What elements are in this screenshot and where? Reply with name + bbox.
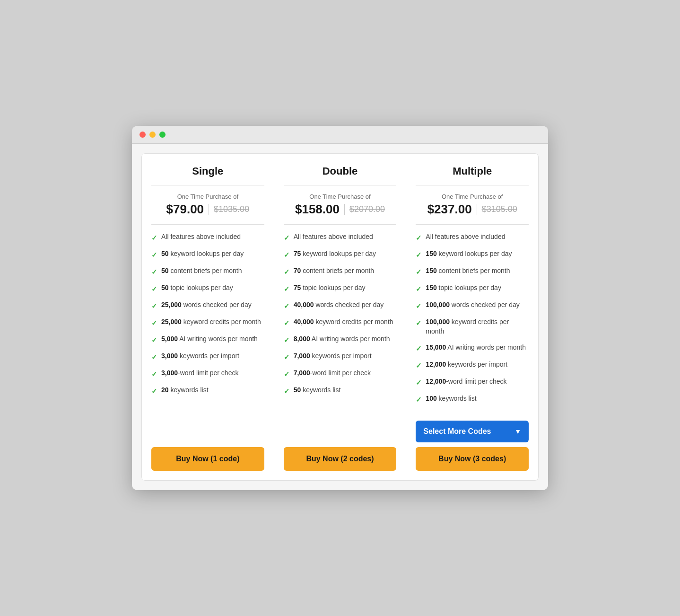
check-icon: ✓ (151, 386, 157, 396)
feature-text: 150 topic lookups per day (426, 283, 501, 293)
buy-button-single[interactable]: Buy Now (1 code) (151, 447, 264, 471)
check-icon: ✓ (416, 284, 422, 294)
check-icon: ✓ (416, 343, 422, 353)
feature-text: 50 content briefs per month (161, 266, 242, 276)
feature-bold-value: 150 (426, 284, 436, 291)
price-divider-single (209, 204, 209, 215)
list-item: ✓5,000 AI writing words per month (151, 334, 264, 345)
feature-bold-value: 50 (161, 250, 169, 257)
feature-bold-value: 150 (426, 250, 436, 257)
feature-bold-value: 70 (294, 267, 301, 274)
feature-text: 7,000 keywords per import (294, 352, 372, 361)
list-item: ✓70 content briefs per month (284, 266, 397, 277)
titlebar (132, 126, 548, 144)
one-time-label-multiple: One Time Purchase of (416, 193, 529, 200)
one-time-label-single: One Time Purchase of (151, 193, 264, 200)
feature-text: 40,000 words checked per day (294, 300, 384, 310)
feature-bold-value: 40,000 (294, 318, 314, 326)
list-item: ✓50 topic lookups per day (151, 283, 264, 294)
feature-bold-value: 3,000 (161, 352, 178, 360)
feature-bold-value: 12,000 (426, 378, 446, 385)
pricing-block-multiple: One Time Purchase of$237.00$3105.00 (416, 193, 529, 225)
check-icon: ✓ (416, 361, 422, 370)
feature-text: 25,000 keyword credits per month (161, 317, 261, 327)
feature-text: 20 keywords list (161, 386, 209, 395)
pricing-block-single: One Time Purchase of$79.00$1035.00 (151, 193, 264, 225)
plan-card-multiple: MultipleOne Time Purchase of$237.00$3105… (406, 153, 539, 480)
check-icon: ✓ (416, 378, 422, 387)
feature-bold-value: 5,000 (161, 335, 178, 343)
feature-text: 100 keywords list (426, 394, 476, 404)
select-more-codes-label: Select More Codes (423, 427, 491, 436)
feature-text: 75 keyword lookups per day (294, 249, 376, 259)
chevron-down-icon: ▼ (514, 428, 521, 435)
list-item: ✓75 keyword lookups per day (284, 249, 397, 260)
feature-bold-value: 100 (426, 395, 436, 402)
check-icon: ✓ (284, 301, 290, 311)
feature-text: 100,000 keyword credits per month (426, 317, 529, 336)
list-item: ✓8,000 AI writing words per month (284, 334, 397, 345)
list-item: ✓150 keyword lookups per day (416, 249, 529, 260)
feature-text: 75 topic lookups per day (294, 283, 366, 293)
list-item: ✓25,000 words checked per day (151, 300, 264, 311)
list-item: ✓12,000-word limit per check (416, 377, 529, 387)
feature-bold-value: 75 (294, 284, 301, 291)
buy-button-multiple[interactable]: Buy Now (3 codes) (416, 447, 529, 471)
list-item: ✓40,000 words checked per day (284, 300, 397, 311)
check-icon: ✓ (284, 284, 290, 294)
price-row-single: $79.00$1035.00 (151, 202, 264, 217)
original-price-multiple: $3105.00 (482, 204, 517, 214)
list-item: ✓150 topic lookups per day (416, 283, 529, 294)
list-item: ✓50 keywords list (284, 386, 397, 396)
pricing-block-double: One Time Purchase of$158.00$2070.00 (284, 193, 397, 225)
feature-text: 3,000-word limit per check (161, 369, 238, 378)
pricing-container: SingleOne Time Purchase of$79.00$1035.00… (132, 144, 548, 490)
dot-green[interactable] (159, 132, 166, 138)
list-item: ✓All features above included (416, 232, 529, 243)
price-divider-double (344, 204, 345, 215)
price-row-double: $158.00$2070.00 (284, 202, 397, 217)
list-item: ✓100,000 words checked per day (416, 300, 529, 311)
check-icon: ✓ (416, 318, 422, 328)
select-more-codes-button[interactable]: Select More Codes▼ (416, 421, 529, 442)
check-icon: ✓ (416, 395, 422, 405)
price-divider-multiple (477, 204, 477, 215)
dot-red[interactable] (139, 132, 146, 138)
current-price-double: $158.00 (295, 202, 340, 217)
list-item: ✓50 keyword lookups per day (151, 249, 264, 260)
feature-text: 40,000 keyword credits per month (294, 317, 393, 327)
original-price-double: $2070.00 (349, 204, 385, 214)
feature-bold-value: 50 (161, 267, 169, 274)
plan-title-multiple: Multiple (416, 165, 529, 185)
plan-card-single: SingleOne Time Purchase of$79.00$1035.00… (141, 153, 274, 480)
feature-text: All features above included (294, 232, 373, 242)
feature-text: 100,000 words checked per day (426, 300, 519, 310)
feature-bold-value: 150 (426, 267, 436, 274)
check-icon: ✓ (416, 250, 422, 260)
original-price-single: $1035.00 (214, 204, 249, 214)
check-icon: ✓ (151, 301, 157, 311)
current-price-multiple: $237.00 (427, 202, 472, 217)
feature-text: 12,000 keywords per import (426, 360, 507, 370)
feature-text: 70 content briefs per month (294, 266, 374, 276)
feature-text: 7,000-word limit per check (294, 369, 371, 378)
feature-text: 50 keyword lookups per day (161, 249, 244, 259)
check-icon: ✓ (284, 250, 290, 260)
one-time-label-double: One Time Purchase of (284, 193, 397, 200)
current-price-single: $79.00 (166, 202, 204, 217)
feature-bold-value: 7,000 (294, 369, 310, 377)
dot-yellow[interactable] (149, 132, 156, 138)
feature-text: 12,000-word limit per check (426, 377, 506, 387)
app-window: SingleOne Time Purchase of$79.00$1035.00… (132, 126, 548, 490)
check-icon: ✓ (284, 352, 290, 362)
feature-bold-value: 20 (161, 386, 169, 394)
feature-bold-value: 3,000 (161, 369, 178, 377)
feature-bold-value: 7,000 (294, 352, 310, 360)
feature-text: All features above included (161, 232, 241, 242)
features-list-single: ✓All features above included✓50 keyword … (151, 232, 264, 437)
feature-bold-value: 25,000 (161, 318, 182, 326)
list-item: ✓15,000 AI writing words per month (416, 343, 529, 353)
check-icon: ✓ (416, 267, 422, 277)
buy-button-double[interactable]: Buy Now (2 codes) (284, 447, 397, 471)
feature-bold-value: 25,000 (161, 301, 182, 308)
